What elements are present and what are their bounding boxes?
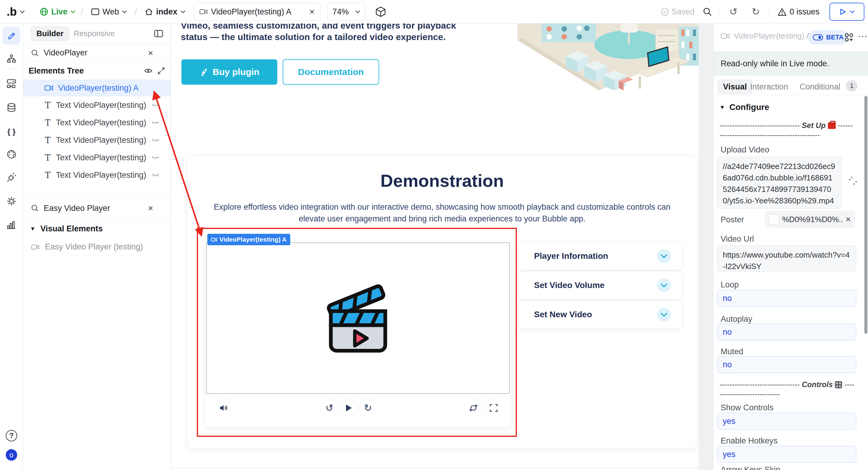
poster-label: Poster (721, 215, 744, 224)
undo-button[interactable]: ↺ (730, 0, 738, 24)
video-url-field[interactable]: https://www.youtube.com/watch?v=4-I22vVk… (717, 245, 856, 272)
search-button[interactable] (703, 0, 712, 24)
logs-chart-icon[interactable] (6, 220, 17, 232)
video-camera-icon (31, 244, 39, 250)
tree-item-text[interactable]: T Text VideoPlayer(testing) (23, 114, 170, 131)
show-controls-field[interactable]: yes (717, 413, 856, 430)
loop-button[interactable] (465, 399, 482, 417)
hero-text-line1: Vimeo, seamless customization, and event… (181, 24, 456, 31)
redo-button[interactable]: ↻ (752, 0, 760, 24)
accordion-set-new-video[interactable]: Set New Video (519, 301, 682, 328)
toolbox-emoji-icon (828, 122, 836, 129)
forward-button[interactable]: ↻ (359, 399, 377, 417)
tab-builder[interactable]: Builder (30, 26, 70, 41)
clear-search-icon[interactable]: × (148, 203, 153, 213)
workflow-sitemap-icon[interactable] (6, 54, 17, 66)
page-switcher[interactable]: index (145, 0, 185, 24)
play-button[interactable] (340, 399, 358, 417)
loop-field[interactable]: no (717, 290, 856, 307)
clear-search-icon[interactable]: × (309, 7, 315, 17)
plugin-search-input[interactable] (44, 203, 143, 213)
tab-conditional[interactable]: Conditional (800, 82, 840, 92)
tab-responsive[interactable]: Responsive (70, 26, 119, 41)
inspector-scrollbar[interactable] (864, 96, 867, 334)
platform-switcher[interactable]: Web (91, 0, 127, 24)
zoom-select[interactable]: 74% (327, 3, 365, 21)
caret-down-icon: ▾ (721, 103, 724, 111)
component-library-button[interactable] (375, 0, 386, 24)
hidden-eye-icon[interactable] (152, 155, 159, 160)
video-display-area[interactable] (206, 243, 510, 394)
accordion-player-information[interactable]: Player Information (519, 242, 682, 270)
bubble-logo[interactable]: .b (7, 0, 25, 24)
enable-hotkeys-field[interactable]: yes (717, 446, 856, 463)
more-menu-button[interactable]: … (858, 28, 868, 39)
rewind-button[interactable]: ↺ (321, 399, 338, 417)
remove-poster-icon[interactable]: × (845, 214, 851, 224)
hidden-eye-icon[interactable] (152, 120, 159, 125)
issues-button[interactable]: 0 issues (778, 0, 819, 24)
tree-item-text[interactable]: T Text VideoPlayer(testing) (23, 149, 170, 166)
property-inspector: VideoPlayer(testing) A BETA … Read-only … (713, 24, 868, 470)
environment-switcher[interactable]: Live (40, 0, 75, 24)
knobs-emoji-icon (835, 381, 842, 388)
hidden-eye-icon[interactable] (152, 103, 159, 107)
components-button[interactable] (844, 33, 854, 43)
beta-toggle[interactable]: BETA (808, 30, 848, 44)
autoplay-field[interactable]: no (717, 323, 856, 340)
tree-item-text[interactable]: T Text VideoPlayer(testing) (23, 131, 170, 149)
hidden-eye-icon[interactable] (152, 173, 159, 178)
reusable-layout-icon[interactable] (6, 78, 17, 90)
user-avatar[interactable]: o (6, 449, 17, 461)
tree-item-videoplayer-selected[interactable]: VideoPlayer(testing) A (23, 80, 170, 96)
save-status: Saved (661, 0, 695, 24)
expand-tree-icon[interactable] (157, 67, 165, 75)
breadcrumb-separator: / (134, 0, 137, 24)
muted-label: Muted (721, 347, 743, 356)
element-search-box[interactable]: VideoPlayer(testing) A × (194, 3, 320, 21)
plugins-plug-icon[interactable] (6, 172, 17, 184)
controls-divider: -------------------------------- Control… (719, 380, 855, 399)
buy-plugin-button[interactable]: Buy plugin (181, 59, 277, 85)
editor-canvas[interactable]: Vimeo, seamless customization, and event… (171, 24, 713, 470)
data-database-icon[interactable] (6, 102, 17, 115)
broken-link-icon (848, 176, 858, 186)
autoplay-label: Autoplay (721, 315, 752, 324)
design-pencil-icon[interactable] (6, 30, 17, 41)
eye-icon[interactable] (144, 68, 153, 73)
element-tree-search-input[interactable] (44, 48, 143, 58)
tree-item-text[interactable]: T Text VideoPlayer(testing) (23, 96, 170, 114)
configure-section-header[interactable]: ▾ Configure (721, 102, 769, 112)
volume-button[interactable] (215, 399, 233, 417)
fullscreen-button[interactable] (485, 399, 502, 417)
code-braces-icon[interactable]: { } (7, 127, 16, 136)
upload-video-field[interactable]: //a24de77409ee72213cd026ec96ad076d.cdn.b… (717, 157, 842, 209)
poster-field[interactable]: %D0%91%D0%... × (765, 211, 855, 228)
repeat-icon (468, 403, 478, 413)
hidden-eye-icon[interactable] (152, 138, 159, 143)
settings-gear-icon[interactable] (6, 196, 17, 208)
inspector-title: VideoPlayer(testing) A (734, 31, 811, 41)
documentation-button[interactable]: Documentation (283, 59, 379, 85)
text-element-icon: T (45, 135, 51, 145)
redo-icon: ↻ (752, 6, 760, 18)
section-visual-elements[interactable]: ▾ Visual Elements (23, 220, 170, 238)
rail-divider (5, 69, 18, 69)
tab-interaction[interactable]: Interaction (750, 82, 788, 92)
tree-item-text[interactable]: T Text VideoPlayer(testing) (23, 166, 170, 184)
muted-field[interactable]: no (717, 356, 856, 373)
help-button[interactable]: ? (6, 430, 17, 441)
forward-icon: ↻ (364, 402, 372, 414)
tab-visual[interactable]: Visual (718, 80, 752, 94)
clear-search-icon[interactable]: × (148, 48, 153, 58)
accordion-set-video-volume[interactable]: Set Video Volume (519, 272, 682, 299)
preview-button[interactable] (830, 3, 864, 21)
palette-item-easy-video-player[interactable]: Easy Video Player (testing) (23, 238, 170, 256)
inspector-tabs: Visual Interaction Conditional 1 (713, 76, 868, 95)
unlink-button[interactable] (848, 176, 858, 187)
video-player-element[interactable]: ↺ ↻ (205, 241, 511, 427)
styles-palette-icon[interactable] (6, 149, 17, 161)
text-element-icon: T (45, 153, 51, 163)
chevron-down-icon (181, 10, 185, 13)
collapse-panel-icon[interactable] (154, 30, 163, 38)
